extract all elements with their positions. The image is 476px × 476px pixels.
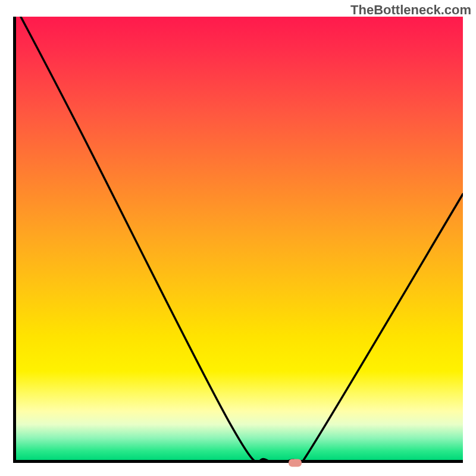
current-point-marker bbox=[289, 459, 302, 467]
curve-layer bbox=[16, 17, 463, 460]
watermark-text: TheBottleneck.com bbox=[350, 2, 471, 18]
plot-area bbox=[13, 17, 463, 463]
bottleneck-curve bbox=[16, 17, 463, 460]
chart-container: TheBottleneck.com bbox=[0, 0, 476, 476]
